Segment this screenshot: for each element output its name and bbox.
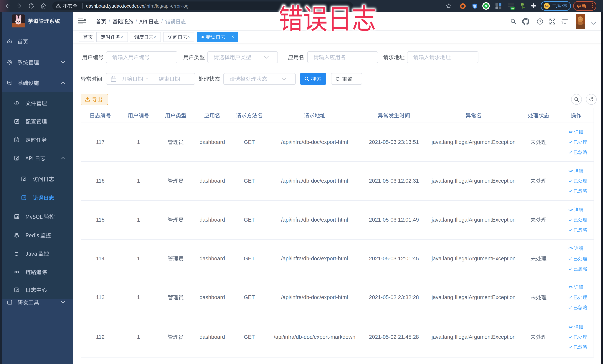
svg-text:on: on xyxy=(511,7,514,10)
